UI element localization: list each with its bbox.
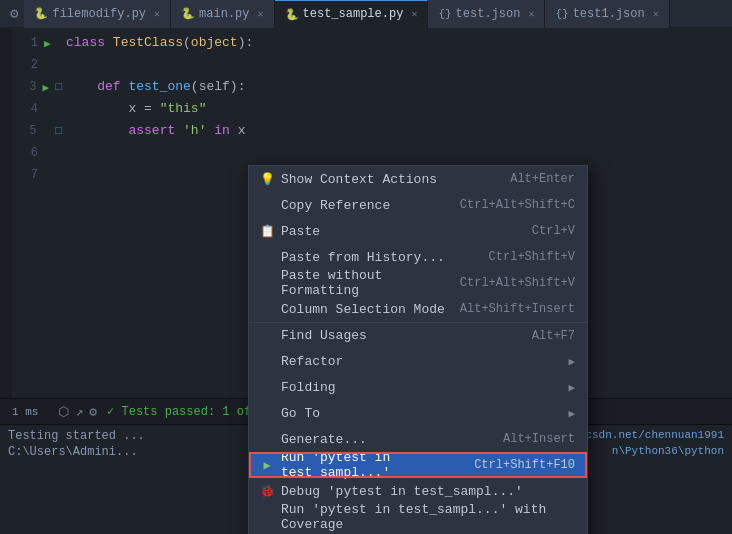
gutter-row: 7 [12,164,62,186]
debug-icon: 🐞 [259,484,275,499]
menu-label: Run 'pytest in test_sampl...' [281,450,474,480]
shortcut-label: Alt+Insert [503,432,575,446]
menu-item-find-usages[interactable]: Find Usages Alt+F7 [249,322,587,348]
menu-label: Folding [281,380,336,395]
shortcut-label: Alt+Shift+Insert [460,302,575,316]
line-number: 2 [12,58,44,72]
menu-label: Column Selection Mode [281,302,445,317]
menu-item-refactor[interactable]: Refactor ▶ [249,348,587,374]
context-menu: 💡 Show Context Actions Alt+Enter Copy Re… [248,165,588,534]
code-line-3: def test_one(self): [66,76,732,98]
shortcut-label: Ctrl+Alt+Shift+V [460,276,575,290]
menu-item-context-actions[interactable]: 💡 Show Context Actions Alt+Enter [249,166,587,192]
line-number: 3 [12,80,42,94]
run-arrow[interactable]: ▶ [42,81,54,94]
gear-icon[interactable]: ⚙ [89,404,97,420]
shortcut-label: Ctrl+Shift+V [489,250,575,264]
tab-bar: ⚙ 🐍 filemodify.py ✕ 🐍 main.py ✕ 🐍 test_s… [0,0,732,28]
line-number: 1 [12,36,44,50]
line-number: 4 [12,102,44,116]
close-icon[interactable]: ✕ [258,8,264,20]
tab-filemodify[interactable]: 🐍 filemodify.py ✕ [24,0,171,28]
testing-started: Testing started ... [8,429,145,443]
submenu-arrow-icon: ▶ [568,381,575,394]
menu-item-generate[interactable]: Generate... Alt+Insert [249,426,587,452]
code-line-5: assert 'h' in x [66,120,732,142]
tab-test-sample[interactable]: 🐍 test_sample.py ✕ [275,0,429,28]
timing-badge: 1 ms [6,404,44,420]
tab-test1-json[interactable]: {} test1.json ✕ [545,0,669,28]
url-link2[interactable]: n\Python36\python [612,445,724,459]
menu-item-paste-history[interactable]: Paste from History... Ctrl+Shift+V [249,244,587,270]
menu-label: Show Context Actions [281,172,437,187]
shortcut-label: Ctrl+V [532,224,575,238]
file-icon: 🐍 [34,7,48,20]
lightbulb-icon: 💡 [259,172,275,187]
menu-item-column-selection[interactable]: Column Selection Mode Alt+Shift+Insert [249,296,587,322]
menu-item-run-pytest[interactable]: ▶ Run 'pytest in test_sampl...' Ctrl+Shi… [249,452,587,478]
close-icon[interactable]: ✕ [411,8,417,20]
line-number: 7 [12,168,44,182]
menu-label: Generate... [281,432,367,447]
run-icon: ▶ [259,458,275,473]
menu-item-run-coverage[interactable]: Run 'pytest in test_sampl...' with Cover… [249,504,587,530]
tab-label: main.py [199,7,249,21]
submenu-arrow-icon: ▶ [568,407,575,420]
gutter-row: 6 [12,142,62,164]
tab-main[interactable]: 🐍 main.py ✕ [171,0,274,28]
line-gutter: 1 ▶ 2 3 ▶ □ 4 5 □ 6 7 [12,28,62,398]
left-sidebar [0,28,12,398]
run-arrow[interactable]: ▶ [44,37,56,50]
menu-label: Run 'pytest in test_sampl...' with Cover… [281,502,575,532]
menu-label: Copy Reference [281,198,390,213]
shortcut-label: Alt+F7 [532,329,575,343]
menu-label: Find Usages [281,328,367,343]
file-icon: {} [555,8,568,20]
menu-label: Go To [281,406,320,421]
menu-item-paste-no-format[interactable]: Paste without Formatting Ctrl+Alt+Shift+… [249,270,587,296]
menu-label: Paste [281,224,320,239]
gutter-row: 3 ▶ □ [12,76,62,98]
file-icon: 🐍 [285,8,299,21]
menu-item-copy-reference[interactable]: Copy Reference Ctrl+Alt+Shift+C [249,192,587,218]
settings-icon[interactable]: ⚙ [4,5,24,22]
shortcut-label: Ctrl+Alt+Shift+C [460,198,575,212]
line-number: 5 [12,124,42,138]
expand-icon[interactable]: ⬡ [58,404,69,420]
code-line-6 [66,142,732,164]
shortcut-label: Alt+Enter [510,172,575,186]
file-icon: {} [438,8,451,20]
gutter-row: 5 □ [12,120,62,142]
tab-label: filemodify.py [52,7,146,21]
gutter-row: 2 [12,54,62,76]
code-line-4: x = "this" [66,98,732,120]
menu-label: Refactor [281,354,343,369]
close-icon[interactable]: ✕ [154,8,160,20]
menu-label: Paste without Formatting [281,268,460,298]
paste-icon: 📋 [259,224,275,239]
menu-item-folding[interactable]: Folding ▶ [249,374,587,400]
gutter-row: 4 [12,98,62,120]
external-icon[interactable]: ↗ [75,404,83,420]
tab-label: test.json [456,7,521,21]
close-icon[interactable]: ✕ [653,8,659,20]
menu-label: Debug 'pytest in test_sampl...' [281,484,523,499]
close-icon[interactable]: ✕ [528,8,534,20]
code-line-2 [66,54,732,76]
tab-test-json[interactable]: {} test.json ✕ [428,0,545,28]
breakpoint-icon[interactable]: □ [55,125,62,137]
shortcut-label: Ctrl+Shift+F10 [474,458,575,472]
breakpoint-icon[interactable]: □ [55,81,62,93]
gutter-row: 1 ▶ [12,32,62,54]
submenu-arrow-icon: ▶ [568,355,575,368]
tab-label: test_sample.py [303,7,404,21]
admin-path: C:\Users\Admini... [8,445,138,459]
menu-item-goto[interactable]: Go To ▶ [249,400,587,426]
file-icon: 🐍 [181,7,195,20]
menu-item-paste[interactable]: 📋 Paste Ctrl+V [249,218,587,244]
tab-label: test1.json [573,7,645,21]
menu-item-debug-pytest[interactable]: 🐞 Debug 'pytest in test_sampl...' [249,478,587,504]
line-number: 6 [12,146,44,160]
menu-label: Paste from History... [281,250,445,265]
code-line-1: class TestClass(object): [66,32,732,54]
